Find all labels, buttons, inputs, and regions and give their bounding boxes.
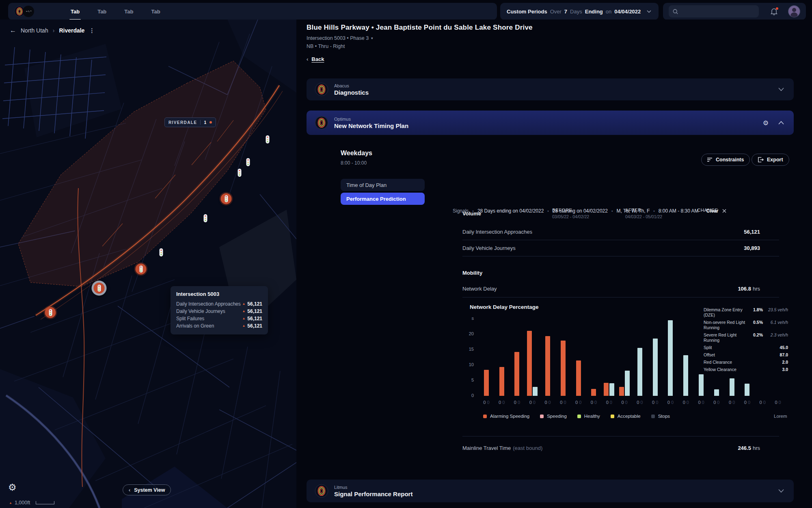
- legend-label: Healthy: [584, 414, 600, 419]
- area-badge-riverdale[interactable]: RIVERDALE 1: [164, 117, 216, 127]
- signal-marker-alert[interactable]: [221, 193, 232, 204]
- section-app-name: Abacus: [334, 83, 369, 88]
- section-optimus-timing-plan[interactable]: Optimus New Network Timing Plan ⚙: [307, 111, 794, 135]
- tooltip-row-number: 56,121: [247, 322, 262, 330]
- breadcrumb-city[interactable]: Riverdale: [59, 27, 84, 34]
- row-label: Mainline Travel Time (east bound): [462, 439, 542, 457]
- export-button[interactable]: Export: [752, 154, 789, 166]
- legend-label: Speeding: [547, 414, 567, 419]
- signal-marker[interactable]: [246, 158, 250, 166]
- scale-label: 1,000ft: [15, 500, 30, 506]
- selected-ring-icon: [92, 281, 107, 296]
- table-row: Daily Intersection Approaches 56,121 56,…: [462, 224, 779, 240]
- scale-bar: [36, 501, 54, 504]
- trend-up-icon: ▲: [242, 322, 245, 330]
- traffic-light-icon: [160, 248, 163, 256]
- chart-bar: [514, 352, 519, 396]
- x-tick-label: 00: [648, 400, 663, 405]
- intersection-tooltip: Intersection 5003 Daily Intersection App…: [171, 286, 268, 334]
- chart-bar-group: 00: [510, 313, 525, 396]
- signal-marker-alert[interactable]: [45, 307, 56, 318]
- annotation-value: 45.0: [749, 345, 788, 350]
- tab-0[interactable]: Tab: [71, 3, 80, 20]
- alert-circle-icon: [221, 193, 232, 204]
- y-tick-label: 15: [457, 347, 474, 352]
- notifications-button[interactable]: [770, 7, 778, 15]
- after-column-header: AFTER 04/03/22 - 05/01/22: [625, 208, 662, 219]
- back-button[interactable]: ‹ Back: [307, 56, 324, 62]
- back-arrow-icon[interactable]: ←: [10, 27, 16, 34]
- tooltip-row-value: ▲56,121: [242, 300, 262, 308]
- annotation-rate: 2.3 veh/h: [763, 332, 788, 338]
- breadcrumb-menu-icon[interactable]: ⋮: [89, 27, 95, 34]
- period-selector[interactable]: Custom Periods Over 7 Days Ending on 04/…: [500, 3, 659, 20]
- tooltip-row-number: 56,121: [247, 315, 262, 322]
- phase-dropdown-caret-icon[interactable]: ▾: [371, 36, 373, 40]
- before-column-header: BEFORE 03/05/22 - 04/02/22: [552, 208, 589, 219]
- intersection-subtitle: Intersection 5003 • Phase 3 ▾: [307, 35, 373, 41]
- chevron-down-icon[interactable]: [778, 88, 784, 91]
- tooltip-row: Daily Intersection Approaches▲56,121: [176, 300, 262, 308]
- tab-label: Tab: [71, 9, 80, 15]
- constraints-button[interactable]: Constraints: [701, 154, 750, 166]
- signal-marker[interactable]: [204, 214, 207, 222]
- before-range: 03/05/22 - 04/02/22: [552, 214, 589, 219]
- close-icon[interactable]: [722, 209, 726, 213]
- tooltip-row: Daily Vehicle Journeys▲56,121: [176, 308, 262, 315]
- x-tick-label: 00: [525, 400, 540, 405]
- chevron-up-icon[interactable]: [778, 121, 784, 125]
- chart-bar-group: 00: [632, 313, 648, 396]
- brand[interactable]: [14, 6, 34, 17]
- x-tick-label: 00: [617, 400, 632, 405]
- tab-time-of-day-plan[interactable]: Time of Day Plan: [341, 179, 425, 191]
- period-label: Custom Periods: [507, 9, 547, 15]
- tab-performance-prediction[interactable]: Performance Prediction: [341, 193, 425, 205]
- chart-legend: Alarming SpeedingSpeedingHealthyAcceptab…: [483, 414, 670, 419]
- signal-marker[interactable]: [266, 135, 270, 143]
- alert-dot-icon: [209, 121, 212, 124]
- row-label: Daily Intersection Approaches: [462, 224, 532, 240]
- after-value: 30,044: [710, 240, 812, 256]
- user-avatar[interactable]: [788, 5, 800, 17]
- signal-marker[interactable]: [160, 248, 163, 256]
- map-canvas[interactable]: ← North Utah › Riverdale ⋮ RIVERDALE 1 I…: [0, 20, 296, 508]
- annotation-label: Red Clearance: [704, 360, 749, 365]
- search-input[interactable]: [681, 8, 755, 15]
- x-tick-label: 00: [678, 400, 693, 405]
- chart-bar-group: 00: [555, 313, 571, 396]
- signal-marker-selected[interactable]: [92, 281, 107, 296]
- section-abacus-diagnostics[interactable]: Abacus Diagnostics: [307, 78, 794, 100]
- search-box[interactable]: [669, 5, 759, 17]
- map-settings-gear-icon[interactable]: ⚙: [8, 482, 17, 493]
- mobility-section-title: Mobility: [462, 270, 482, 276]
- y-tick-label: 20: [457, 331, 474, 336]
- x-tick-label: 00: [740, 400, 755, 405]
- filter-lines-icon: [707, 157, 713, 162]
- app: TabTabTabTab Custom Periods Over 7 Days …: [0, 0, 812, 508]
- tab-label: Time of Day Plan: [346, 182, 387, 188]
- trend-up-icon: ▲: [242, 315, 245, 322]
- x-tick-label: 00: [724, 400, 740, 405]
- tab-1[interactable]: Tab: [97, 3, 106, 20]
- x-tick-label: 00: [770, 400, 786, 405]
- legend-label: Stops: [658, 414, 670, 419]
- tab-3[interactable]: Tab: [151, 3, 160, 20]
- chart-bar-group: 00: [678, 313, 693, 396]
- utility-bar: [663, 3, 806, 20]
- change-column-header: CHANGE: [697, 208, 718, 213]
- settings-gear-icon[interactable]: ⚙: [763, 119, 769, 127]
- breadcrumb-region[interactable]: North Utah: [21, 27, 48, 34]
- chevron-left-icon: ‹: [307, 56, 308, 62]
- x-tick-label: 00: [510, 400, 525, 405]
- chart-bar: [637, 348, 642, 396]
- signal-marker[interactable]: [238, 169, 242, 177]
- signal-marker-alert[interactable]: [136, 264, 147, 275]
- system-view-button[interactable]: ‹ System View: [123, 484, 171, 495]
- chevron-down-icon[interactable]: [778, 489, 784, 493]
- area-badge-count: 1: [204, 120, 206, 125]
- section-litmus-performance-report[interactable]: Litmus Signal Performance Report: [307, 480, 794, 502]
- chart-bar: [699, 374, 704, 396]
- map-scale: ▲ 1,000ft: [9, 500, 54, 506]
- tab-2[interactable]: Tab: [124, 3, 133, 20]
- chart-bar: [625, 371, 630, 396]
